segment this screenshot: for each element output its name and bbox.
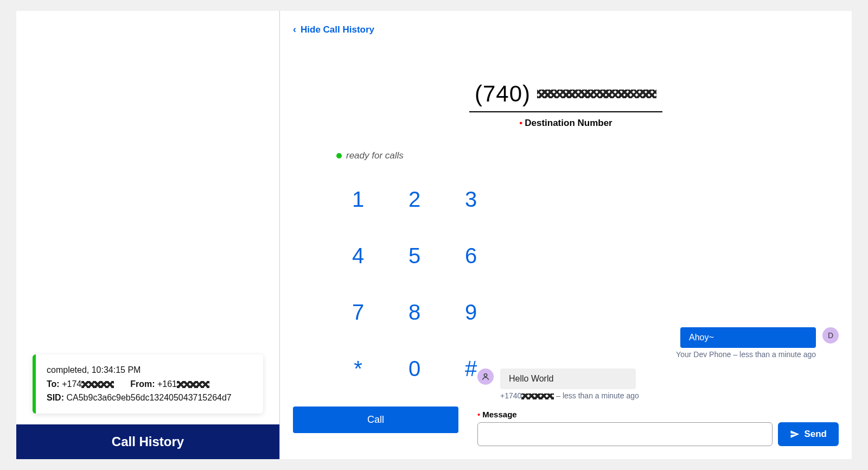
redacted-number <box>521 393 554 399</box>
dialpad-key-2[interactable]: 2 <box>393 172 436 226</box>
to-label: To: <box>47 379 60 389</box>
send-button[interactable]: Send <box>778 422 839 446</box>
status-dot-icon <box>336 153 342 158</box>
message-label: •Message <box>477 410 839 419</box>
required-indicator: • <box>477 410 480 419</box>
destination-prefix: (740) <box>475 81 531 107</box>
dialpad-key-8[interactable]: 8 <box>393 285 436 339</box>
redacted-number <box>177 381 209 388</box>
avatar-sent: D <box>822 327 839 344</box>
sent-message-row: Ahoy~ D <box>477 327 839 348</box>
message-input[interactable] <box>477 422 773 446</box>
call-status-line: completed, 10:34:15 PM <box>47 363 252 377</box>
received-message-meta: +1740 – less than a minute ago <box>477 391 839 400</box>
hide-history-label: Hide Call History <box>301 24 374 35</box>
message-input-row: Send <box>477 422 839 446</box>
sid-value: CA5b9c3a6c9eb56dc132405043715264d7 <box>66 393 231 402</box>
dialpad-key-0[interactable]: 0 <box>393 341 436 396</box>
main-row: ready for calls 1 2 3 4 5 6 7 8 9 * 0 # … <box>293 150 839 446</box>
call-history-panel: completed, 10:34:15 PM To: +174 From: +1… <box>16 11 280 459</box>
send-icon <box>790 429 800 439</box>
sent-message-meta: Your Dev Phone – less than a minute ago <box>477 350 839 359</box>
dialer-column: ready for calls 1 2 3 4 5 6 7 8 9 * 0 # … <box>293 150 461 446</box>
dialpad-key-5[interactable]: 5 <box>393 228 436 283</box>
chevron-left-icon: ‹ <box>293 24 296 35</box>
dialpad-key-star[interactable]: * <box>336 341 380 396</box>
send-label: Send <box>804 429 827 440</box>
messaging-column: Ahoy~ D Your Dev Phone – less than a min… <box>477 150 839 446</box>
app-container: completed, 10:34:15 PM To: +174 From: +1… <box>16 11 852 459</box>
redacted-number <box>81 381 114 388</box>
status-line: ready for calls <box>336 150 461 161</box>
hide-call-history-link[interactable]: ‹ Hide Call History <box>293 11 839 41</box>
redacted-destination <box>537 90 656 98</box>
call-sid: SID: CA5b9c3a6c9eb56dc132405043715264d7 <box>47 391 252 405</box>
svg-point-0 <box>484 374 487 377</box>
required-indicator: • <box>519 118 522 128</box>
sid-label: SID: <box>47 393 64 402</box>
from-label: From: <box>130 379 155 389</box>
call-history-body: completed, 10:34:15 PM To: +174 From: +1… <box>16 11 279 424</box>
from-value: +161 <box>157 379 177 389</box>
call-button[interactable]: Call <box>293 407 458 433</box>
destination-label: •Destination Number <box>293 118 839 129</box>
person-icon <box>481 372 490 381</box>
dialpad: 1 2 3 4 5 6 7 8 9 * 0 # <box>336 172 461 396</box>
received-message-row: Hello World <box>477 369 839 389</box>
to-value: +174 <box>62 379 81 389</box>
sent-message-bubble: Ahoy~ <box>680 327 816 348</box>
call-history-footer[interactable]: Call History <box>16 424 279 459</box>
avatar-received <box>477 369 494 385</box>
call-from: From: +161 <box>130 377 209 391</box>
status-text: ready for calls <box>346 150 404 161</box>
call-to: To: +174 <box>47 377 114 391</box>
received-message-bubble: Hello World <box>500 369 636 389</box>
dialpad-key-1[interactable]: 1 <box>336 172 380 226</box>
main-panel: ‹ Hide Call History (740) •Destination N… <box>280 11 852 459</box>
call-history-card[interactable]: completed, 10:34:15 PM To: +174 From: +1… <box>33 354 263 414</box>
destination-section: (740) •Destination Number <box>293 79 839 129</box>
dialpad-key-4[interactable]: 4 <box>336 228 380 283</box>
dialpad-key-7[interactable]: 7 <box>336 285 380 339</box>
